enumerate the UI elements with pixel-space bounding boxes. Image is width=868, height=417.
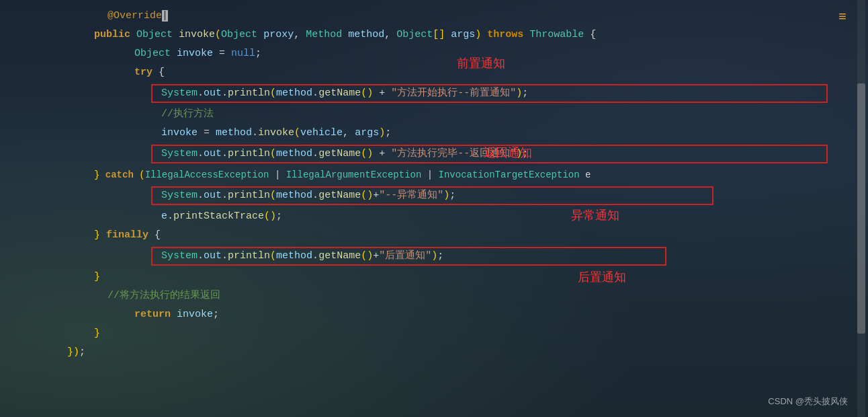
code-panel: @Override| public Object invoke ( Object…	[0, 0, 868, 417]
annotation-yichang: 异常通知	[571, 207, 619, 223]
code-line-5: System . out . println ( method . getNam…	[0, 84, 868, 103]
code-line-17: }	[0, 324, 868, 343]
kw-throws: throws	[487, 26, 523, 44]
code-line-9: } catch ( IllegalAccessException | Illeg…	[0, 165, 868, 184]
annotation-qianzhi: 前置通知	[457, 55, 505, 71]
annotation-houzhi: 后置通知	[578, 269, 626, 285]
code-line-18: } ) ;	[0, 343, 868, 362]
watermark: CSDN @秃头披风侠	[768, 395, 848, 408]
code-line-11: e . printStackTrace () ;	[0, 207, 868, 226]
menu-icon[interactable]: ≡	[838, 9, 848, 25]
editor-container: ≡ CSDN @秃头披风侠 @Override| public Object i…	[0, 0, 868, 417]
scrollbar[interactable]	[857, 0, 865, 417]
code-line-16: return invoke ;	[0, 305, 868, 324]
code-line-13: System . out . println ( method . getNam…	[0, 247, 868, 266]
code-line-14: }	[0, 268, 868, 287]
code-line-3: Object invoke = null ;	[0, 44, 868, 63]
code-line-8: System . out . println ( method . getNam…	[0, 145, 868, 163]
scrollbar-thumb[interactable]	[857, 83, 865, 334]
code-line-6: //执行方法	[0, 105, 868, 124]
code-line-12: } finally {	[0, 226, 868, 245]
kw-public: public	[94, 26, 130, 44]
code-line-1: @Override|	[0, 7, 868, 26]
method-invoke: invoke	[179, 26, 215, 44]
code-line-15: //将方法执行的结果返回	[0, 287, 868, 305]
code-line-2: public Object invoke ( Object proxy , Me…	[0, 26, 868, 44]
code-line-10: System . out . println ( method . getNam…	[0, 186, 868, 205]
code-line-7: invoke = method . invoke ( vehicle , arg…	[0, 124, 868, 143]
annotation-fanhui: 返回通知	[484, 145, 532, 161]
type-object: Object	[136, 26, 173, 44]
annotation-override: @Override|	[107, 7, 168, 25]
code-line-4: try {	[0, 63, 868, 82]
